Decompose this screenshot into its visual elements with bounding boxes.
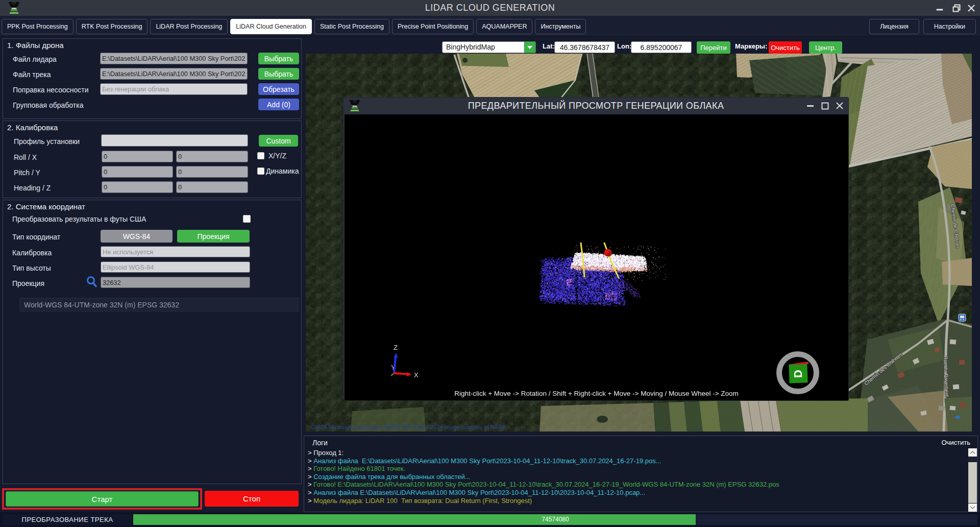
tab-lidar-post-processing[interactable]: LiDAR Post Processing — [150, 19, 228, 34]
lidar-file-input[interactable] — [100, 53, 248, 64]
install-profile-input[interactable] — [101, 134, 248, 147]
section-calibration-title: 2. Калибровка — [7, 123, 58, 132]
pointcloud-viewport[interactable]: Right-click + Move -> Rotation / Shift +… — [345, 114, 848, 400]
tab-aquamapper[interactable]: AQUAMAPPER — [476, 19, 532, 34]
clear-markers-button[interactable]: Очистить — [769, 41, 802, 54]
feet-label: Преобразовать результаты в футы США — [12, 215, 146, 223]
statusbar: ПРЕОБРАЗОВАНИЕ ТРЕКА 74574080 — [0, 512, 980, 527]
section-drone-files-title: 1. Файлы дрона — [7, 41, 64, 50]
license-button[interactable]: Лицензия — [869, 19, 919, 34]
settings-button[interactable]: Настройки — [923, 19, 976, 34]
height-type-input[interactable] — [101, 261, 250, 273]
preview-dialog-title: ПРЕДВАРИТЕЛЬНЫЙ ПРОСМОТР ГЕНЕРАЦИИ ОБЛАК… — [344, 98, 848, 114]
markers-label: Маркеры: — [735, 42, 767, 50]
projection-result-item[interactable]: World-WGS 84-UTM-zone 32N (m) EPSG 32632 — [19, 298, 299, 312]
tab-static-post-processing[interactable]: Static Post Processing — [314, 19, 389, 34]
scrollbar-up-button[interactable] — [968, 448, 977, 457]
log-line: > Анализ файла E:\Datasets\LiDAR\Aerial\… — [308, 457, 964, 465]
tabbar: PPK Post Processing RTK Post Processing … — [0, 16, 980, 37]
scrollbar-thumb[interactable] — [968, 462, 977, 503]
misalignment-input[interactable] — [100, 83, 248, 95]
logs-title: Логи — [312, 439, 328, 447]
log-line: > Модель лидара: LiDAR 100 Тип возврата:… — [308, 497, 964, 505]
projection-toggle-button[interactable]: Проекция — [177, 230, 250, 243]
coord-type-label: Тип координат — [12, 233, 60, 241]
feet-checkbox[interactable] — [243, 215, 251, 223]
orientation-gizmo-cube[interactable]: D — [789, 364, 807, 383]
progressbar: 74574080 — [133, 514, 977, 525]
preview-dialog: ПРЕДВАРИТЕЛЬНЫЙ ПРОСМОТР ГЕНЕРАЦИИ ОБЛАК… — [343, 97, 849, 401]
map-provider-dropdown-icon[interactable] — [524, 41, 535, 53]
section-calibration: 2. Калибровка Профиль установки Custom R… — [3, 121, 302, 198]
choose-track-file-button[interactable]: Выбрать — [258, 68, 299, 80]
logs-clear-button[interactable]: Очистить — [941, 439, 970, 446]
wgs84-button[interactable]: WGS-84 — [101, 230, 173, 243]
heading-z-input-1[interactable] — [102, 181, 173, 193]
heading-z-input-2[interactable] — [176, 181, 248, 193]
xyz-checkbox[interactable] — [257, 152, 264, 159]
log-line: > Готово! E:\Datasets\LiDAR\Aerial\100 M… — [308, 481, 964, 489]
pointcloud-canvas — [345, 114, 848, 400]
tab-instruments[interactable]: Инструменты — [535, 19, 586, 34]
dynamics-label: Динамика — [266, 167, 299, 175]
lon-input[interactable] — [631, 41, 692, 53]
add-button[interactable]: Add (0) — [258, 99, 299, 110]
preview-minimize-button[interactable] — [803, 98, 817, 114]
minimize-button[interactable] — [931, 0, 948, 16]
pitch-y-input-2[interactable] — [176, 166, 248, 178]
preview-close-button[interactable] — [833, 98, 846, 114]
roll-x-input-2[interactable] — [176, 151, 248, 162]
window-title: LIDAR CLOUD GENERATION — [0, 0, 980, 16]
log-line: > Анализ файла E:\Datasets\LiDAR\Aerial\… — [308, 489, 964, 497]
section-drone-files: 1. Файлы дрона Файл лидара Выбрать Файл … — [3, 38, 302, 119]
dynamics-checkbox[interactable] — [257, 167, 264, 175]
preview-maximize-button[interactable] — [818, 98, 831, 114]
calibration-label: Калибровка — [12, 249, 52, 257]
map-provider-select[interactable]: BingHybridMap — [442, 41, 536, 53]
xyz-label: X/Y/Z — [268, 152, 286, 160]
progressbar-value: 74574080 — [133, 514, 977, 525]
viewport-help-text: Right-click + Move -> Rotation / Shift +… — [345, 390, 848, 397]
tab-rtk-post-processing[interactable]: RTK Post Processing — [76, 19, 148, 34]
tab-precise-point-positioning[interactable]: Precise Point Positioning — [392, 19, 474, 34]
scrollbar-down-button[interactable] — [968, 504, 977, 512]
lat-label: Lat: — [543, 42, 555, 50]
choose-lidar-file-button[interactable]: Выбрать — [258, 53, 299, 64]
projection-label: Проекция — [12, 279, 44, 288]
lat-input[interactable] — [554, 41, 615, 53]
status-label: ПРЕОБРАЗОВАНИЕ ТРЕКА — [3, 514, 132, 525]
roll-label: Roll / X — [14, 153, 37, 161]
group-processing-label: Групповая обработка — [13, 101, 83, 109]
preview-dialog-titlebar[interactable]: ПРЕДВАРИТЕЛЬНЫЙ ПРОСМОТР ГЕНЕРАЦИИ ОБЛАК… — [344, 98, 848, 114]
lon-label: Lon: — [617, 42, 631, 50]
close-button[interactable] — [963, 0, 980, 16]
height-type-label: Тип высоты — [12, 264, 51, 272]
start-button[interactable]: Старт — [6, 491, 199, 507]
pitch-y-input-1[interactable] — [102, 166, 173, 178]
application-window: LIDAR CLOUD GENERATION PPK Post Processi… — [0, 0, 980, 527]
stop-button[interactable]: Стоп — [205, 491, 299, 507]
logs-panel: Логи Очистить > Проход 1: > Анализ файла… — [304, 436, 978, 512]
search-icon[interactable] — [86, 275, 98, 289]
section-coordinate-system-title: 2. Система координат — [7, 202, 85, 211]
tab-lidar-cloud-generation[interactable]: LiDAR Cloud Generation — [230, 19, 312, 34]
crop-button[interactable]: Обрезать — [258, 83, 299, 95]
logs-scrollbar[interactable] — [968, 448, 977, 512]
log-line: > Проход 1: — [308, 449, 964, 457]
track-file-input[interactable] — [100, 68, 248, 80]
map-provider-value: BingHybridMap — [446, 43, 495, 51]
install-profile-label: Профиль установки — [14, 137, 80, 146]
go-button[interactable]: Перейти — [697, 41, 730, 54]
heading-label: Heading / Z — [14, 184, 51, 192]
map-attribution: ©2024 Microsoft Corporation ©2024 NAVTEQ… — [310, 424, 506, 430]
pitch-label: Pitch / Y — [14, 169, 40, 177]
log-line: > Готово! Найдено 61801 точек. — [308, 465, 964, 473]
projection-input[interactable] — [101, 277, 250, 288]
tab-ppk-post-processing[interactable]: PPK Post Processing — [2, 19, 74, 34]
misalignment-label: Поправка несоосности — [13, 86, 89, 94]
roll-x-input-1[interactable] — [102, 151, 173, 162]
custom-button[interactable]: Custom — [259, 135, 298, 147]
calibration-input[interactable] — [101, 246, 250, 257]
track-file-label: Файл трека — [13, 70, 51, 79]
center-map-button[interactable]: Центр. — [809, 41, 842, 54]
